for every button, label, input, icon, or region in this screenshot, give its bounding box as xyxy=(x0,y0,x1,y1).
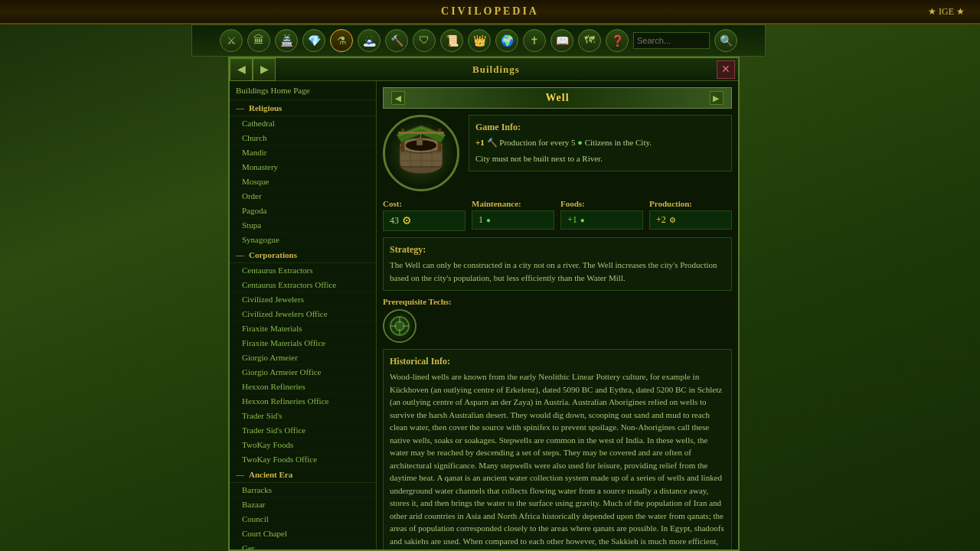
icon-terrain[interactable]: 🗻 xyxy=(358,29,381,52)
panel-close-button[interactable]: ✕ xyxy=(717,60,735,79)
app-title: CIVILOPEDIA xyxy=(441,5,539,18)
icon-tech[interactable]: ⚗ xyxy=(330,29,353,52)
category-icons-bar: ⚔ 🏛 🏯 💎 ⚗ 🗻 🔨 🛡 📜 👑 🌍 ✝ 📖 🗺 ❓ 🔍 xyxy=(191,24,766,57)
sidebar-item-civilized-jewelers[interactable]: Civilized Jewelers xyxy=(230,292,376,307)
historical-box: Historical Info: Wood-lined wells are kn… xyxy=(383,349,732,549)
sidebar-item-bazaar[interactable]: Bazaar xyxy=(230,497,376,512)
icon-wonders[interactable]: 🏯 xyxy=(275,29,298,52)
food-label: Foods: xyxy=(560,199,643,208)
sidebar-item-hexxon-refineries[interactable]: Hexxon Refineries xyxy=(230,380,376,394)
sidebar-item-church[interactable]: Church xyxy=(230,131,376,145)
content-header: Game Info: +1 🔨 Production for every 5 ●… xyxy=(383,115,732,191)
sidebar-item-centaurus-extractors[interactable]: Centaurus Extractors xyxy=(230,263,376,278)
game-info-box: Game Info: +1 🔨 Production for every 5 ●… xyxy=(469,115,732,171)
sidebar-item-centaurus-extractors-office[interactable]: Centaurus Extractors Office xyxy=(230,278,376,292)
production-icon: ⚙ xyxy=(669,216,676,224)
game-info-label: Game Info: xyxy=(475,122,725,133)
panel-header: ◀ ▶ Buildings ✕ xyxy=(230,58,738,81)
nav-forward-button[interactable]: ▶ xyxy=(253,58,276,81)
prereq-section: Prerequisite Techs: xyxy=(383,297,732,343)
icon-units[interactable]: ⚔ xyxy=(220,29,243,52)
strategy-box: Strategy: The Well can only be construct… xyxy=(383,237,732,291)
sidebar-item-hexxon-refineries-office[interactable]: Hexxon Refineries Office xyxy=(230,394,376,409)
sidebar-item-firaxite-materials-office[interactable]: Firaxite Materials Office xyxy=(230,336,376,350)
sidebar-item-trader-sids-office[interactable]: Trader Sid's Office xyxy=(230,423,376,438)
sidebar-item-synagogue[interactable]: Synagogue xyxy=(230,233,376,247)
sidebar-category-religious: Religious xyxy=(230,100,376,116)
food-value: +1 ● xyxy=(560,210,643,230)
icon-tutorials[interactable]: ❓ xyxy=(606,29,629,52)
prereq-label: Prerequisite Techs: xyxy=(383,297,732,306)
icon-religion[interactable]: ✝ xyxy=(523,29,546,52)
prereq-tech-svg xyxy=(387,314,412,338)
panel-body: Buildings Home Page Religious Cathedral … xyxy=(230,81,738,549)
prereq-tech-icon[interactable] xyxy=(383,309,416,343)
sidebar-category-corporations: Corporations xyxy=(230,247,376,263)
search-button[interactable]: 🔍 xyxy=(714,29,737,52)
icon-improvements[interactable]: 🔨 xyxy=(385,29,408,52)
top-bar: CIVILOPEDIA ★ IGE ★ xyxy=(0,0,980,24)
sidebar-item-pagoda[interactable]: Pagoda xyxy=(230,204,376,218)
content-nav-right[interactable]: ▶ xyxy=(710,91,724,105)
sidebar-item-civilized-jewelers-office[interactable]: Civilized Jewelers Office xyxy=(230,307,376,321)
sidebar-item-ger[interactable]: Ger xyxy=(230,541,376,549)
sidebar-category-ancient-era: Ancient Era xyxy=(230,467,376,483)
sidebar-item-court-chapel[interactable]: Court Chapel xyxy=(230,527,376,541)
building-name: Well xyxy=(545,92,569,104)
food-box: Foods: +1 ● xyxy=(560,199,643,231)
panel-tab-buildings[interactable]: Buildings xyxy=(276,64,717,76)
icon-concepts[interactable]: 📖 xyxy=(550,29,573,52)
sidebar-item-twokay-foods[interactable]: TwoKay Foods xyxy=(230,438,376,452)
maintenance-coin-icon: ● xyxy=(486,216,491,224)
sidebar-item-order[interactable]: Order xyxy=(230,189,376,204)
game-info-line1: +1 🔨 Production for every 5 ● Citizens i… xyxy=(475,136,725,149)
sidebar-item-cathedral[interactable]: Cathedral xyxy=(230,116,376,131)
civilopedia-panel: ◀ ▶ Buildings ✕ Buildings Home Page Reli… xyxy=(228,57,740,551)
sidebar-item-monastery[interactable]: Monastery xyxy=(230,160,376,174)
sidebar-item-trader-sids[interactable]: Trader Sid's xyxy=(230,409,376,423)
icon-resources[interactable]: 💎 xyxy=(302,29,325,52)
food-icon: ● xyxy=(580,216,585,224)
game-info-line2: City must not be built next to a River. xyxy=(475,152,725,165)
sidebar-item-barracks[interactable]: Barracks xyxy=(230,483,376,497)
cost-box: Cost: 43 ⚙ xyxy=(383,199,466,231)
icon-promotions[interactable]: 🛡 xyxy=(413,29,436,52)
sidebar-item-stupa[interactable]: Stupa xyxy=(230,218,376,233)
production-label: Production: xyxy=(649,199,732,208)
ige-badge: ★ IGE ★ xyxy=(928,6,965,18)
sidebar-item-giorgio-armeier-office[interactable]: Giorgio Armeier Office xyxy=(230,365,376,380)
sidebar-item-mosque[interactable]: Mosque xyxy=(230,174,376,189)
content-area: ◀ Well ▶ xyxy=(377,81,738,549)
maintenance-value: 1 ● xyxy=(472,210,554,230)
sidebar-item-giorgio-armeier[interactable]: Giorgio Armeier xyxy=(230,350,376,365)
maintenance-box: Maintenance: 1 ● xyxy=(472,199,554,231)
info-panel: Game Info: +1 🔨 Production for every 5 ●… xyxy=(469,115,732,171)
sidebar-item-mandir[interactable]: Mandir xyxy=(230,145,376,160)
strategy-text: The Well can only be constructed in a ci… xyxy=(390,259,725,284)
nav-back-button[interactable]: ◀ xyxy=(230,58,253,81)
building-portrait xyxy=(383,115,459,191)
content-nav-left[interactable]: ◀ xyxy=(391,91,405,105)
sidebar: Buildings Home Page Religious Cathedral … xyxy=(230,81,377,549)
building-title-bar: ◀ Well ▶ xyxy=(383,87,732,109)
sidebar-item-council[interactable]: Council xyxy=(230,512,376,527)
icon-leaders[interactable]: 👑 xyxy=(468,29,491,52)
icon-scenarios[interactable]: 🗺 xyxy=(578,29,601,52)
icon-civilizations[interactable]: 🌍 xyxy=(495,29,518,52)
cost-label: Cost: xyxy=(383,199,466,208)
strategy-label: Strategy: xyxy=(390,244,725,256)
sidebar-item-twokay-foods-office[interactable]: TwoKay Foods Office xyxy=(230,452,376,467)
sidebar-home-link[interactable]: Buildings Home Page xyxy=(230,81,376,100)
cost-coin-icon: ⚙ xyxy=(402,214,412,227)
historical-text: Wood-lined wells are known from the earl… xyxy=(390,370,725,549)
svg-rect-16 xyxy=(416,139,423,145)
production-value: +2 ⚙ xyxy=(649,210,732,230)
cost-value: 43 ⚙ xyxy=(383,210,466,231)
icon-policies[interactable]: 📜 xyxy=(440,29,463,52)
stats-section: Cost: 43 ⚙ Maintenance: 1 ● Foods: xyxy=(383,199,732,231)
search-input[interactable] xyxy=(633,32,710,49)
sidebar-item-firaxite-materials[interactable]: Firaxite Materials xyxy=(230,321,376,336)
production-box: Production: +2 ⚙ xyxy=(649,199,732,231)
well-illustration xyxy=(390,122,452,184)
icon-buildings[interactable]: 🏛 xyxy=(247,29,270,52)
